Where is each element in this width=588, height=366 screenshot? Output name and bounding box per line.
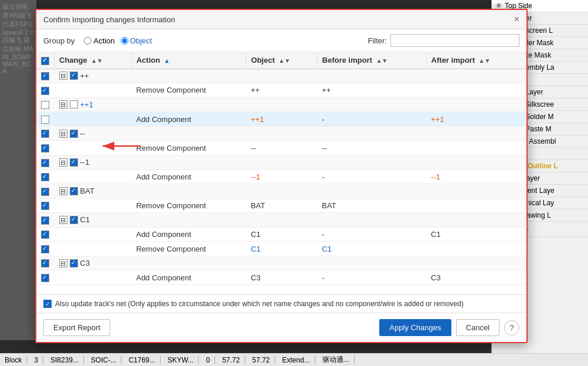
col-object[interactable]: Object ▲▼ bbox=[246, 52, 317, 69]
status-si: SI8239... bbox=[50, 356, 84, 364]
row-checkbox[interactable] bbox=[41, 245, 49, 253]
close-button[interactable]: × bbox=[514, 15, 519, 24]
row-checkbox[interactable] bbox=[41, 130, 49, 138]
export-report-button[interactable]: Export Report bbox=[43, 319, 110, 336]
tree-toggle[interactable]: ⊟ bbox=[59, 158, 67, 167]
row-checkbox[interactable] bbox=[41, 144, 49, 152]
group-checkbox[interactable] bbox=[70, 216, 78, 224]
header-checkbox[interactable] bbox=[41, 57, 49, 65]
row-check-cell[interactable] bbox=[36, 198, 55, 213]
group-checkbox[interactable] bbox=[70, 259, 78, 267]
status-num1: 57.72 bbox=[222, 356, 245, 364]
after-sort-icon: ▲▼ bbox=[479, 57, 491, 64]
cancel-button[interactable]: Cancel bbox=[456, 319, 499, 336]
row-check-cell[interactable] bbox=[36, 227, 55, 242]
filter-label: Filter: bbox=[368, 36, 388, 45]
row-check-cell[interactable] bbox=[36, 69, 55, 83]
row-checkbox[interactable] bbox=[41, 274, 49, 282]
group-name: ++ bbox=[80, 72, 89, 80]
row-check-cell[interactable] bbox=[36, 155, 55, 170]
group-name: -- bbox=[80, 129, 86, 138]
action-cell: Add Component bbox=[131, 270, 246, 285]
group-label-cell: ⊟ -- bbox=[55, 126, 526, 141]
row-checkbox[interactable] bbox=[41, 231, 49, 239]
table-row: Remove Component -- -- bbox=[36, 141, 526, 155]
help-button[interactable]: ? bbox=[504, 320, 519, 336]
after-cell: --1 bbox=[426, 170, 526, 184]
table-row: Remove Component ++ ++ bbox=[36, 83, 526, 98]
group-checkbox[interactable] bbox=[70, 130, 78, 138]
row-checkbox[interactable] bbox=[41, 101, 49, 109]
row-checkbox[interactable] bbox=[41, 87, 49, 95]
col-action[interactable]: Action ▲ bbox=[131, 52, 246, 69]
table-row: ⊟ ++1 bbox=[36, 97, 526, 112]
change-cell bbox=[55, 83, 132, 98]
status-num2: 57.72 bbox=[252, 356, 275, 364]
left-text: 届立创电赛#四轴飞行器FSP-Liquanxi 2 #四轴飞 届立创电 MAIN… bbox=[0, 0, 36, 77]
row-checkbox[interactable] bbox=[41, 202, 49, 210]
col-change[interactable]: Change ▲▼ bbox=[55, 52, 132, 69]
table-row: Add Component --1 - --1 bbox=[36, 170, 526, 184]
status-bar: Block 3 SI8239... SOIC-... C1769... SKYW… bbox=[0, 353, 588, 366]
tree-toggle[interactable]: ⊟ bbox=[59, 216, 67, 224]
row-check-cell[interactable] bbox=[36, 97, 55, 112]
row-check-cell[interactable] bbox=[36, 270, 55, 285]
table-container[interactable]: Change ▲▼ Action ▲ Object ▲▼ Before impo… bbox=[36, 52, 526, 294]
radio-object-label: Object bbox=[130, 36, 152, 45]
status-extend: Extend... bbox=[282, 356, 315, 364]
changes-table: Change ▲▼ Action ▲ Object ▲▼ Before impo… bbox=[36, 52, 526, 285]
row-check-cell[interactable] bbox=[36, 112, 55, 127]
tree-toggle[interactable]: ⊟ bbox=[59, 100, 67, 109]
group-checkbox[interactable] bbox=[70, 187, 78, 195]
before-cell: C1 bbox=[317, 242, 426, 256]
row-checkbox[interactable] bbox=[41, 216, 49, 225]
group-checkbox[interactable] bbox=[70, 100, 78, 109]
tree-toggle[interactable]: ⊟ bbox=[59, 130, 67, 138]
tree-toggle[interactable]: ⊟ bbox=[59, 72, 67, 80]
table-row: ⊟ C1 bbox=[36, 213, 526, 228]
group-checkbox[interactable] bbox=[70, 72, 78, 80]
row-check-cell[interactable] bbox=[36, 256, 55, 270]
before-cell: - bbox=[317, 170, 426, 184]
after-cell: C3 bbox=[426, 270, 526, 285]
update-net-checkbox-label[interactable]: Also update track's net (Only applies to… bbox=[43, 300, 464, 308]
table-header-row: Change ▲▼ Action ▲ Object ▲▼ Before impo… bbox=[36, 52, 526, 69]
after-cell: ++1 bbox=[426, 112, 526, 127]
row-check-cell[interactable] bbox=[36, 83, 55, 98]
change-cell bbox=[55, 270, 132, 285]
row-check-cell[interactable] bbox=[36, 126, 55, 141]
update-net-checkbox[interactable] bbox=[43, 300, 52, 308]
row-checkbox[interactable] bbox=[41, 159, 49, 167]
status-skyw: SKYW... bbox=[168, 356, 199, 364]
row-checkbox[interactable] bbox=[41, 173, 49, 181]
action-cell: Remove Component bbox=[131, 83, 246, 98]
radio-object-input[interactable] bbox=[121, 37, 128, 45]
before-cell: BAT bbox=[317, 198, 426, 213]
radio-object[interactable]: Object bbox=[121, 36, 152, 45]
object-cell: C1 bbox=[246, 242, 317, 256]
radio-action[interactable]: Action bbox=[84, 36, 114, 45]
col-before[interactable]: Before import ▲▼ bbox=[317, 52, 426, 69]
row-checkbox[interactable] bbox=[41, 188, 49, 196]
action-cell: Remove Component bbox=[131, 141, 246, 155]
row-checkbox[interactable] bbox=[41, 116, 49, 124]
row-check-cell[interactable] bbox=[36, 242, 55, 256]
apply-changes-button[interactable]: Apply Changes bbox=[379, 319, 451, 336]
row-check-cell[interactable] bbox=[36, 141, 55, 155]
filter-input[interactable] bbox=[390, 34, 519, 47]
change-cell bbox=[55, 242, 132, 256]
row-check-cell[interactable] bbox=[36, 184, 55, 199]
tree-toggle[interactable]: ⊟ bbox=[59, 187, 67, 195]
radio-action-input[interactable] bbox=[84, 37, 91, 45]
before-cell: -- bbox=[317, 141, 426, 155]
row-checkbox[interactable] bbox=[41, 259, 49, 267]
status-cn: 驱动通... bbox=[322, 355, 355, 365]
col-after[interactable]: After import ▲▼ bbox=[426, 52, 526, 69]
row-check-cell[interactable] bbox=[36, 170, 55, 184]
group-checkbox[interactable] bbox=[70, 158, 78, 167]
row-checkbox[interactable] bbox=[41, 72, 49, 80]
tree-toggle[interactable]: ⊟ bbox=[59, 259, 67, 267]
row-check-cell[interactable] bbox=[36, 213, 55, 228]
table-row: ⊟ ++ bbox=[36, 69, 526, 83]
change-cell bbox=[55, 227, 132, 242]
